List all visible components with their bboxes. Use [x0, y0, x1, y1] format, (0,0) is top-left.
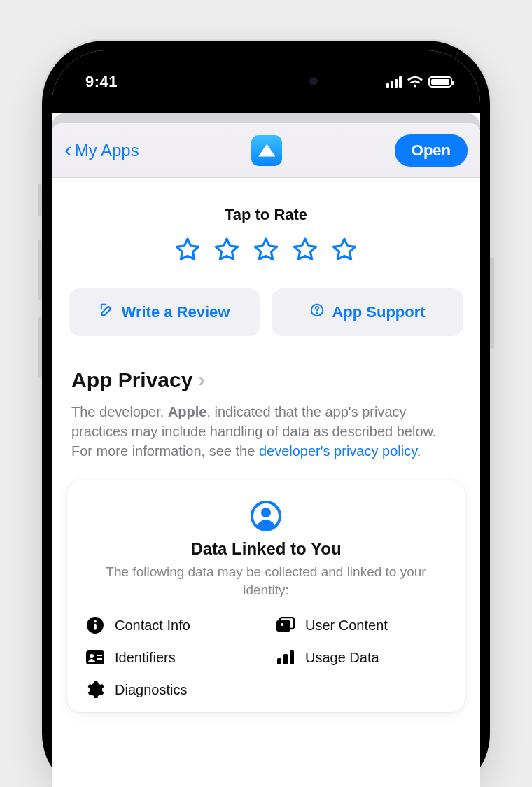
- dynamic-island: [203, 67, 329, 95]
- svg-rect-15: [284, 654, 288, 664]
- compose-icon: [99, 302, 115, 322]
- card-subtitle: The following data may be collected and …: [85, 563, 447, 599]
- chevron-right-icon: ›: [198, 369, 204, 391]
- svg-point-5: [94, 620, 97, 623]
- svg-rect-6: [94, 624, 97, 630]
- svg-point-3: [261, 508, 271, 517]
- star-5[interactable]: [331, 237, 358, 263]
- svg-point-11: [90, 654, 94, 658]
- info-circle-icon: [85, 615, 105, 635]
- nav-bar: ‹ My Apps Open: [52, 123, 480, 178]
- app-icon[interactable]: [251, 135, 282, 166]
- mute-switch: [38, 184, 42, 216]
- data-item-diagnostics: Diagnostics: [85, 680, 256, 699]
- app-support-button[interactable]: App Support: [272, 288, 463, 336]
- star-3[interactable]: [253, 237, 279, 263]
- content-area: Tap to Rate Write a Review: [52, 178, 480, 787]
- svg-point-9: [281, 623, 284, 626]
- bar-chart-icon: [276, 648, 295, 667]
- svg-rect-7: [276, 620, 290, 632]
- svg-point-1: [316, 312, 318, 314]
- chevron-left-icon: ‹: [64, 138, 72, 160]
- svg-rect-16: [290, 650, 294, 664]
- data-linked-card[interactable]: Data Linked to You The following data ma…: [67, 480, 465, 712]
- privacy-policy-link[interactable]: developer's privacy policy: [259, 443, 417, 459]
- rate-title: Tap to Rate: [52, 206, 480, 224]
- star-4[interactable]: [292, 237, 318, 263]
- open-button[interactable]: Open: [395, 134, 468, 167]
- privacy-description: The developer, Apple, indicated that the…: [71, 402, 461, 461]
- volume-up: [38, 240, 42, 300]
- svg-rect-10: [86, 650, 104, 664]
- screen: 9:41 ‹ My Apps Open Tap to Rate: [52, 50, 480, 787]
- phone-frame: 9:41 ‹ My Apps Open Tap to Rate: [42, 41, 490, 787]
- write-review-button[interactable]: Write a Review: [69, 288, 260, 336]
- volume-down: [38, 317, 42, 377]
- rating-stars: [52, 237, 480, 263]
- id-card-icon: [85, 648, 105, 667]
- cellular-icon: [386, 76, 402, 88]
- svg-rect-13: [97, 658, 102, 660]
- data-item-usage-data: Usage Data: [276, 648, 447, 667]
- power-button: [490, 258, 494, 349]
- data-item-user-content: User Content: [276, 615, 447, 635]
- section-title: App Privacy: [71, 368, 192, 392]
- gear-icon: [85, 680, 105, 699]
- back-button[interactable]: ‹ My Apps: [64, 140, 139, 160]
- battery-icon: [428, 76, 452, 88]
- card-title: Data Linked to You: [85, 539, 447, 559]
- status-time: 9:41: [85, 73, 118, 91]
- photos-icon: [276, 615, 295, 635]
- star-2[interactable]: [214, 237, 240, 263]
- back-label: My Apps: [75, 141, 139, 160]
- app-support-label: App Support: [332, 303, 425, 321]
- star-1[interactable]: [174, 237, 201, 263]
- data-item-identifiers: Identifiers: [85, 648, 256, 667]
- write-review-label: Write a Review: [122, 303, 230, 321]
- data-item-contact-info: Contact Info: [85, 615, 256, 635]
- app-privacy-header[interactable]: App Privacy ›: [71, 368, 461, 392]
- person-circle-icon: [85, 500, 447, 532]
- question-circle-icon: [309, 302, 325, 322]
- wifi-icon: [407, 76, 423, 88]
- svg-rect-12: [97, 655, 102, 656]
- svg-rect-14: [277, 658, 281, 664]
